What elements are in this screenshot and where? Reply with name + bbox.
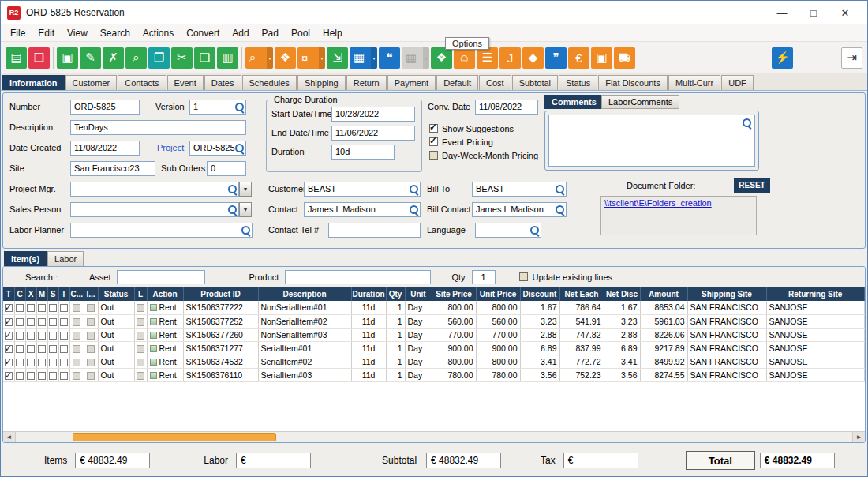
notes-icon[interactable]: ☰ (477, 47, 498, 69)
tab-return[interactable]: Return (346, 75, 387, 90)
find-product-icon[interactable]: ⌕▾ (245, 47, 273, 69)
row-checkbox-i[interactable] (58, 314, 69, 328)
grid-row[interactable]: OutRentSK1506376110SerialItem#0311d1Day7… (3, 368, 865, 381)
grid-column-header-0[interactable]: T (3, 287, 14, 301)
row-checkbox-x[interactable] (25, 328, 36, 341)
row-flag-l[interactable] (134, 355, 147, 368)
customer-search-icon[interactable] (409, 184, 419, 194)
row-checkbox-x[interactable] (25, 355, 36, 368)
scroll-left-button[interactable]: ◄ (3, 432, 16, 442)
project-search-icon[interactable] (234, 143, 245, 153)
comments-search-icon[interactable] (742, 118, 752, 128)
tab-comments[interactable]: Comments (544, 95, 604, 109)
snapshot-icon[interactable]: ▣ (591, 47, 612, 69)
row-flag-l[interactable] (134, 328, 147, 341)
row-checkbox-m[interactable] (36, 355, 47, 368)
expand-icon[interactable]: ⇲ (327, 47, 348, 69)
edit-icon[interactable]: ✎ (80, 47, 101, 69)
bill-to-input[interactable]: BEAST (472, 182, 567, 197)
workflow-icon[interactable]: ❖ (431, 47, 452, 69)
project-mgr-input[interactable] (70, 182, 239, 197)
close-button[interactable]: ✕ (829, 2, 861, 24)
row-checkbox-c[interactable] (14, 301, 25, 314)
end-datetime-input[interactable]: 11/06/2022 (331, 126, 415, 141)
menu-pad[interactable]: Pad (256, 26, 285, 40)
row-flag-l[interactable] (134, 301, 147, 314)
row-flag-l[interactable] (134, 314, 147, 328)
row-flag-i[interactable] (84, 368, 98, 381)
items-total-field[interactable]: € 48832.49 (75, 453, 150, 468)
row-checkbox-m[interactable] (36, 368, 47, 381)
sales-person-search-icon[interactable] (227, 205, 238, 215)
row-checkbox-i[interactable] (58, 328, 69, 341)
menu-edit[interactable]: Edit (32, 26, 61, 40)
row-flag-c[interactable] (69, 355, 84, 368)
update-existing-checkbox[interactable] (519, 272, 528, 281)
row-select-checkbox[interactable] (3, 328, 14, 341)
number-input[interactable]: ORD-5825 (70, 100, 140, 115)
grid-row[interactable]: OutRentSK1506377260NonSerialItem#0311d1D… (3, 328, 865, 341)
row-checkbox-m[interactable] (36, 328, 47, 341)
row-flag-c[interactable] (69, 328, 84, 341)
checkbox-day-week-month-pricing[interactable]: Day-Week-Month Pricing (429, 148, 538, 162)
save-icon[interactable]: ▣ (57, 47, 78, 69)
grid-column-header-12[interactable]: Description (258, 287, 351, 301)
grid-column-header-18[interactable]: Discount (520, 287, 559, 301)
grid-column-header-3[interactable]: M (36, 287, 47, 301)
row-checkbox-s[interactable] (47, 301, 58, 314)
delete-icon[interactable]: ✗ (103, 47, 124, 69)
grid-column-header-2[interactable]: X (25, 287, 36, 301)
kit-icon[interactable]: ❖ (275, 47, 296, 69)
tab-labor[interactable]: Labor (47, 251, 84, 266)
tab-event[interactable]: Event (167, 75, 204, 90)
row-flag-i[interactable] (84, 301, 98, 314)
contact-tel-input[interactable] (328, 223, 421, 238)
tax-field[interactable]: € (563, 453, 638, 468)
row-select-checkbox[interactable] (3, 355, 14, 368)
tab-status[interactable]: Status (559, 75, 597, 90)
row-flag-c[interactable] (69, 341, 84, 355)
product-input[interactable] (285, 270, 431, 284)
menu-search[interactable]: Search (94, 26, 137, 40)
duplicate-icon[interactable]: ❏ (194, 47, 215, 69)
grid-column-header-19[interactable]: Net Each (559, 287, 604, 301)
row-select-checkbox[interactable] (3, 368, 14, 381)
reset-button[interactable]: RESET (734, 178, 770, 193)
row-checkbox-i[interactable] (58, 368, 69, 381)
row-flag-c[interactable] (69, 301, 84, 314)
contact-input[interactable]: James L Madison (304, 202, 421, 217)
truck-icon[interactable]: ⛟ (614, 47, 635, 69)
action-cell[interactable]: Rent (147, 368, 183, 381)
comments-textarea[interactable] (548, 115, 755, 167)
tab-items[interactable]: Item(s) (4, 251, 47, 266)
qty-input[interactable]: 1 (472, 270, 496, 284)
grid-column-header-11[interactable]: Product ID (183, 287, 258, 301)
total-field[interactable]: € 48832.49 (760, 453, 835, 468)
action-cell[interactable]: Rent (147, 355, 183, 368)
minimize-button[interactable]: — (766, 2, 798, 24)
comments-icon[interactable]: ❝ (379, 47, 400, 69)
version-input[interactable]: 1 (189, 100, 246, 115)
grid-column-header-6[interactable]: C... (69, 287, 84, 301)
bill-contact-search-icon[interactable] (555, 205, 565, 215)
currency-icon[interactable]: € (568, 47, 589, 69)
checkbox-show-suggestions[interactable]: Show Suggestions (429, 122, 538, 135)
tab-dates[interactable]: Dates (204, 75, 241, 90)
paste-icon[interactable]: ▥ (217, 47, 238, 69)
search-icon[interactable]: ⌕ (125, 47, 147, 69)
menu-pool[interactable]: Pool (285, 26, 316, 40)
row-flag-i[interactable] (84, 314, 98, 328)
action-cell[interactable]: Rent (147, 341, 183, 355)
menu-actions[interactable]: Actions (137, 26, 180, 40)
tab-customer[interactable]: Customer (65, 75, 118, 90)
tab-multi-curr[interactable]: Multi-Curr (668, 75, 720, 90)
checkbox-box[interactable] (429, 137, 438, 146)
power-icon[interactable]: ⚡ (772, 47, 793, 69)
add-to-cart-icon[interactable]: ¤▾ (297, 47, 325, 69)
menu-view[interactable]: View (61, 26, 94, 40)
conv-date-input[interactable]: 11/08/2022 (475, 100, 538, 115)
row-checkbox-m[interactable] (36, 314, 47, 328)
row-checkbox-m[interactable] (36, 301, 47, 314)
grid-column-header-9[interactable]: L (134, 287, 147, 301)
grid-column-header-13[interactable]: Duration (351, 287, 386, 301)
